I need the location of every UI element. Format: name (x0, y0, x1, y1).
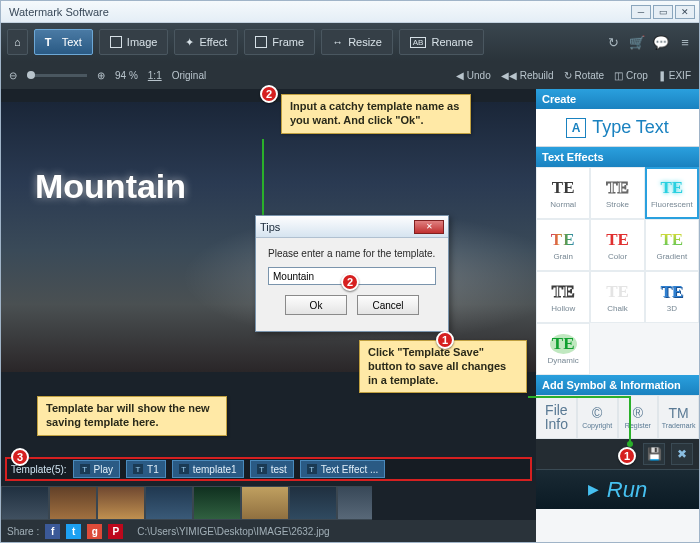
symbol-register[interactable]: ®Register (618, 395, 659, 439)
maximize-button[interactable]: ▭ (653, 5, 673, 19)
text-icon: T (45, 36, 57, 48)
dialog-title: Tips (260, 221, 280, 233)
watermark-text[interactable]: Mountain (35, 167, 186, 206)
rebuild-icon: ◀◀ (501, 70, 517, 81)
main-toolbar: ⌂ TText Image ✦Effect Frame ↔Resize ABRe… (1, 23, 699, 61)
template-item[interactable]: Ttest (250, 460, 294, 478)
text-effect-dynamic[interactable]: TEDynamic (536, 323, 590, 375)
template-bar: Template(5): TPlayTT1Ttemplate1TtestTTex… (5, 457, 532, 481)
effect-icon: ✦ (185, 36, 194, 49)
rotate-button[interactable]: ↻Rotate (564, 70, 604, 81)
text-tab[interactable]: TText (34, 29, 93, 55)
cancel-button[interactable]: Cancel (357, 295, 419, 315)
resize-tab[interactable]: ↔Resize (321, 29, 393, 55)
file-path: C:\Users\YIMIGE\Desktop\IMAGE\2632.jpg (137, 526, 329, 537)
effect-tab[interactable]: ✦Effect (174, 29, 238, 55)
rename-icon: AB (410, 37, 427, 48)
minimize-button[interactable]: ─ (631, 5, 651, 19)
badge-3: 3 (11, 448, 29, 466)
text-effect-3d[interactable]: TE3D (645, 271, 699, 323)
symbol-copyright[interactable]: ©Copyright (577, 395, 618, 439)
frame-tab[interactable]: Frame (244, 29, 315, 55)
rebuild-button[interactable]: ◀◀Rebuild (501, 70, 554, 81)
chat-icon[interactable]: 💬 (653, 34, 669, 50)
share-label: Share : (7, 526, 39, 537)
twitter-icon[interactable]: t (66, 524, 81, 539)
text-effect-normal[interactable]: TENormal (536, 167, 590, 219)
window-controls: ─ ▭ ✕ (631, 5, 695, 19)
badge-1b: 1 (618, 447, 636, 465)
type-text-icon: A (566, 118, 586, 138)
home-icon: ⌂ (14, 36, 21, 48)
badge-1a: 1 (436, 331, 454, 349)
rename-tab[interactable]: ABRename (399, 29, 484, 55)
facebook-icon[interactable]: f (45, 524, 60, 539)
text-effects-header: Text Effects (536, 147, 699, 167)
badge-2a: 2 (260, 85, 278, 103)
zoom-out-icon[interactable]: ⊖ (9, 70, 17, 81)
exif-icon: ❚ (658, 70, 666, 81)
zoom-in-icon[interactable]: ⊕ (97, 70, 105, 81)
pinterest-icon[interactable]: P (108, 524, 123, 539)
text-effect-hollow[interactable]: TEHollow (536, 271, 590, 323)
text-effect-stroke[interactable]: TEStroke (590, 167, 644, 219)
undo-icon: ◀ (456, 70, 464, 81)
dialog-titlebar[interactable]: Tips ✕ (256, 216, 448, 238)
zoom-percent: 94 % (115, 70, 138, 81)
text-effect-color[interactable]: TEColor (590, 219, 644, 271)
close-button[interactable]: ✕ (675, 5, 695, 19)
dialog-close-button[interactable]: ✕ (414, 220, 444, 234)
frame-icon (255, 36, 267, 48)
template-item[interactable]: TPlay (73, 460, 120, 478)
symbol-fileinfo[interactable]: File Info (536, 395, 577, 439)
crop-button[interactable]: ◫Crop (614, 70, 648, 81)
cart-icon[interactable]: 🛒 (629, 34, 645, 50)
zoom-ratio-label: Original (172, 70, 206, 81)
window-titlebar: Watermark Software ─ ▭ ✕ (1, 1, 699, 23)
template-item[interactable]: Ttemplate1 (172, 460, 244, 478)
exif-button[interactable]: ❚EXIF (658, 70, 691, 81)
crop-icon: ◫ (614, 70, 623, 81)
zoom-slider[interactable] (27, 74, 87, 77)
text-effect-fluorescent[interactable]: TEFluorescent (645, 167, 699, 219)
zoom-bar: ⊖ ⊕ 94 % 1:1 Original ◀Undo ◀◀Rebuild ↻R… (1, 61, 699, 89)
home-button[interactable]: ⌂ (7, 29, 28, 55)
template-save-button[interactable]: 💾 (643, 443, 665, 465)
run-button[interactable]: Run (536, 469, 699, 509)
type-text-button[interactable]: A Type Text (536, 109, 699, 147)
dialog-message: Please enter a name for the template. (268, 248, 436, 259)
text-effect-grain[interactable]: TEGrain (536, 219, 590, 271)
callout-3: Template bar will show the new saving te… (37, 396, 227, 436)
thumbnail-strip[interactable] (1, 486, 372, 520)
text-effect-chalk[interactable]: TEChalk (590, 271, 644, 323)
add-symbol-header: Add Symbol & Information (536, 375, 699, 395)
image-icon (110, 36, 122, 48)
badge-2b: 2 (341, 273, 359, 291)
symbol-trademark[interactable]: TMTrademark (658, 395, 699, 439)
window-title: Watermark Software (5, 6, 631, 18)
create-header: Create (536, 89, 699, 109)
text-effect-gradient[interactable]: TEGradient (645, 219, 699, 271)
ok-button[interactable]: Ok (285, 295, 347, 315)
right-panel: Create A Type Text Text Effects TENormal… (536, 89, 699, 542)
resize-icon: ↔ (332, 36, 343, 48)
refresh-icon[interactable]: ↻ (605, 34, 621, 50)
menu-icon[interactable]: ≡ (677, 34, 693, 50)
image-tab[interactable]: Image (99, 29, 169, 55)
rotate-icon: ↻ (564, 70, 572, 81)
template-item[interactable]: TT1 (126, 460, 166, 478)
share-bar: Share : f t g P C:\Users\YIMIGE\Desktop\… (1, 520, 536, 542)
gplus-icon[interactable]: g (87, 524, 102, 539)
template-delete-button[interactable]: ✖ (671, 443, 693, 465)
template-item[interactable]: TText Effect ... (300, 460, 386, 478)
callout-2: Input a catchy template name as you want… (281, 94, 471, 134)
undo-button[interactable]: ◀Undo (456, 70, 491, 81)
zoom-ratio[interactable]: 1:1 (148, 70, 162, 81)
